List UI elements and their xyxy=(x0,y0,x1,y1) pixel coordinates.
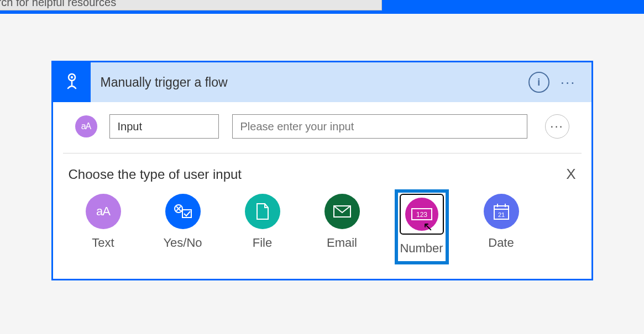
file-icon xyxy=(245,194,280,229)
trigger-title: Manually trigger a flow xyxy=(91,75,528,90)
choose-type-title: Choose the type of user input xyxy=(69,167,242,182)
type-option-email[interactable]: Email xyxy=(317,194,367,262)
type-label: Email xyxy=(317,236,367,250)
type-option-file[interactable]: File xyxy=(238,194,287,262)
type-label: Number xyxy=(397,241,447,256)
svg-text:21: 21 xyxy=(498,211,504,218)
input-description-field[interactable] xyxy=(232,114,527,139)
number-icon: 123 ↖ xyxy=(400,194,444,235)
manual-trigger-icon xyxy=(53,62,91,102)
input-name-field[interactable] xyxy=(109,114,219,139)
type-option-number[interactable]: 123 ↖ Number xyxy=(397,192,447,262)
existing-input-row: aA ··· xyxy=(63,102,582,153)
yesno-icon xyxy=(165,194,201,229)
svg-point-1 xyxy=(70,76,72,78)
user-input-type-list: aA Text Yes/No xyxy=(69,194,576,262)
svg-rect-5 xyxy=(182,210,191,218)
top-bar: Search for helpful resources xyxy=(0,0,644,14)
svg-text:123: 123 xyxy=(416,211,427,219)
type-label: Yes/No xyxy=(158,236,208,250)
date-icon: 21 xyxy=(484,194,519,229)
email-icon xyxy=(324,194,360,229)
type-label: Text xyxy=(78,236,128,250)
trigger-card-header: Manually trigger a flow i ··· xyxy=(53,62,591,102)
choose-type-panel: Choose the type of user input X aA Text xyxy=(53,153,591,279)
type-option-text[interactable]: aA Text xyxy=(78,194,128,262)
trigger-card: Manually trigger a flow i ··· aA ··· Cho… xyxy=(51,61,593,280)
trigger-more-button[interactable]: ··· xyxy=(561,74,576,91)
type-option-date[interactable]: 21 Date xyxy=(477,194,526,262)
type-option-yesno[interactable]: Yes/No xyxy=(158,194,208,262)
input-row-more-button[interactable]: ··· xyxy=(545,114,569,139)
type-label: Date xyxy=(477,236,526,250)
type-label: File xyxy=(238,236,287,250)
text-icon: aA xyxy=(86,194,121,229)
close-choose-type-button[interactable]: X xyxy=(566,166,575,183)
text-type-badge-icon: aA xyxy=(75,115,97,137)
cursor-icon: ↖ xyxy=(423,220,433,234)
search-input[interactable]: Search for helpful resources xyxy=(0,0,382,10)
info-button[interactable]: i xyxy=(528,72,549,93)
